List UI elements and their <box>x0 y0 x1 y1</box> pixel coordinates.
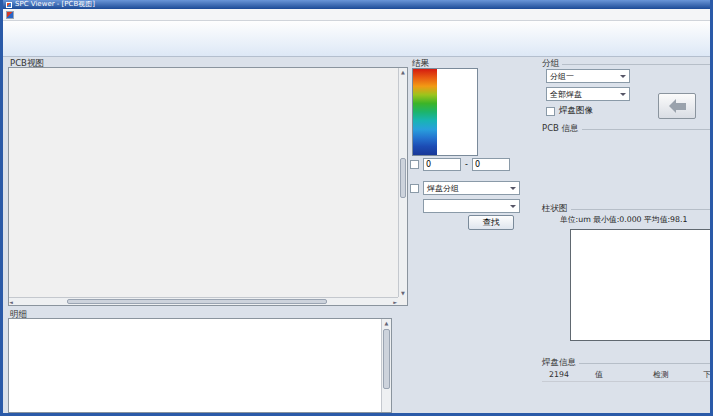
pad-group-checkbox[interactable] <box>410 184 419 193</box>
range-dash: - <box>465 160 468 169</box>
scroll-up-icon[interactable]: ▲ <box>382 319 391 327</box>
toolbar <box>3 21 710 57</box>
color-scale <box>412 68 478 156</box>
menu-bar <box>3 9 710 21</box>
title-bar[interactable]: SPC Viewer - [PCB视图] <box>3 0 710 9</box>
all-pads-value: 全部焊盘 <box>550 89 582 100</box>
check-col-header: 检测 <box>634 369 688 380</box>
back-arrow-button[interactable] <box>658 93 696 119</box>
pcb-info-title: PCB 信息 <box>542 123 712 135</box>
detail-table-panel: ▲ <box>8 318 392 413</box>
main-content: PCB视图 ▲ ▼ ◄ ► 明细 ▲ 结果 <box>3 57 710 413</box>
range-to-input[interactable] <box>472 158 510 171</box>
menu-doc-icon <box>6 11 14 19</box>
histogram-subtitle: 单位:um 最小值:0.000 平均值:98.1 <box>560 214 713 225</box>
pad-group-combo[interactable]: 焊盘分组 <box>423 181 520 195</box>
range-from-input[interactable] <box>423 158 461 171</box>
range-filter-row: - <box>410 158 510 171</box>
scroll-down-icon[interactable]: ▼ <box>399 289 407 297</box>
chevron-down-icon <box>510 187 516 193</box>
sub-group-combo[interactable] <box>423 199 520 213</box>
color-scale-labels <box>437 69 477 155</box>
pad-image-label: 焊盘图像 <box>559 105 593 117</box>
chevron-down-icon <box>620 93 626 99</box>
pad-image-checkbox-row: 焊盘图像 <box>546 105 593 117</box>
scroll-up-icon[interactable]: ▲ <box>399 68 407 76</box>
pcb-view-panel: ▲ ▼ ◄ ► <box>8 67 408 306</box>
pad-id: 2194 <box>542 370 576 379</box>
histogram-plot <box>571 230 713 340</box>
group-one-combo[interactable]: 分组一 <box>546 69 630 83</box>
color-scale-gradient <box>413 69 437 155</box>
scrollbar-thumb[interactable] <box>400 158 406 198</box>
pad-group-row: 焊盘分组 <box>410 181 520 195</box>
scroll-right-icon[interactable]: ► <box>393 298 397 306</box>
histogram-chart <box>570 229 713 341</box>
pad-info-header: 2194 值 检测 下限 <box>542 368 713 382</box>
app-window: SPC Viewer - [PCB视图] PCB视图 ▲ ▼ ◄ ► 明细 <box>0 0 713 416</box>
pcb-vertical-scrollbar[interactable]: ▲ ▼ <box>398 68 407 297</box>
window-title: SPC Viewer - [PCB视图] <box>15 0 95 9</box>
pad-image-checkbox[interactable] <box>546 107 555 116</box>
group-one-value: 分组一 <box>550 71 574 82</box>
find-button[interactable]: 查找 <box>468 215 514 230</box>
right-panel: 分组 分组一 全部焊盘 焊盘图像 PCB 信息 柱状图 单位:um 最小值:0.… <box>540 57 713 413</box>
left-arrow-icon <box>669 99 686 113</box>
pad-group-combo-value: 焊盘分组 <box>427 183 459 194</box>
scrollbar-thumb[interactable] <box>67 299 327 304</box>
detail-vertical-scrollbar[interactable]: ▲ <box>381 319 391 412</box>
scrollbar-thumb[interactable] <box>383 329 390 389</box>
results-panel: 结果 - 焊盘分组 查找 <box>408 57 538 413</box>
range-filter-checkbox[interactable] <box>410 160 419 169</box>
lower-col-header: 下限 <box>688 369 713 380</box>
pcb-horizontal-scrollbar[interactable]: ◄ ► <box>9 297 398 305</box>
scroll-left-icon[interactable]: ◄ <box>9 298 17 306</box>
value-col-header: 值 <box>576 369 622 380</box>
chevron-down-icon <box>510 205 516 211</box>
pcb-board-canvas[interactable] <box>9 68 397 296</box>
all-pads-combo[interactable]: 全部焊盘 <box>546 87 630 101</box>
chevron-down-icon <box>620 75 626 81</box>
app-icon <box>6 2 12 8</box>
